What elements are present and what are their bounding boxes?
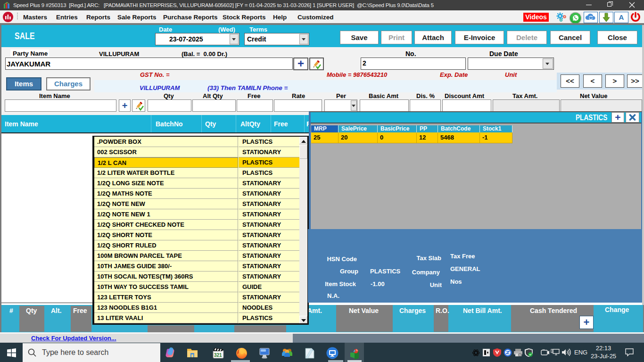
svg-text:321: 321 [214,353,222,358]
